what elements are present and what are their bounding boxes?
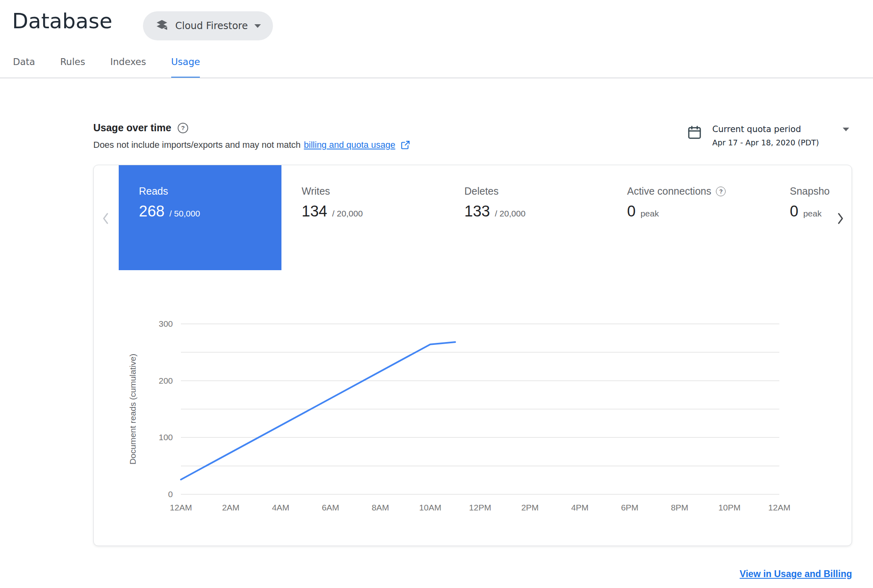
billing-quota-usage-link[interactable]: billing and quota usage	[304, 140, 395, 150]
metric-quota: / 50,000	[169, 209, 200, 218]
metric-label: Deletes	[464, 185, 607, 197]
metric-quota: / 20,000	[495, 209, 525, 218]
x-tick-label: 4AM	[272, 503, 289, 512]
usage-line-chart: 010020030012AM2AM4AM6AM8AM10AM12PM2PM4PM…	[153, 320, 807, 530]
x-tick-label: 2PM	[521, 503, 539, 512]
y-tick-label: 0	[168, 489, 173, 499]
metric-value-row: 0 peak	[627, 203, 770, 220]
usage-over-time-title: Usage over time	[93, 122, 171, 134]
quota-period-control: Current quota period Apr 17 - Apr 18, 20…	[686, 124, 852, 147]
quota-period-label: Current quota period	[712, 124, 801, 134]
tabs-divider	[0, 78, 873, 78]
metric-tile-deletes[interactable]: Deletes 133 / 20,000	[444, 165, 607, 270]
series-line	[181, 342, 455, 479]
metric-value: 0	[627, 203, 636, 220]
metric-label: Reads	[139, 185, 281, 197]
chevron-left-icon[interactable]	[98, 204, 114, 233]
y-axis-title: Document reads (cumulative)	[128, 354, 138, 464]
metric-value: 0	[790, 203, 798, 220]
metric-label-text: Active connections	[627, 185, 711, 197]
chevron-down-icon	[843, 128, 849, 131]
external-link-icon[interactable]	[400, 140, 411, 150]
metric-label: Active connections ?	[627, 185, 770, 197]
page-title: Database	[12, 9, 112, 33]
view-usage-billing-link[interactable]: View in Usage and Billing	[740, 569, 852, 580]
x-tick-label: 8PM	[671, 503, 688, 512]
x-tick-label: 10AM	[419, 503, 441, 512]
metric-value: 134	[302, 203, 327, 220]
metric-tile-writes[interactable]: Writes 134 / 20,000	[281, 165, 444, 270]
tab-data[interactable]: Data	[13, 56, 35, 78]
metric-quota: peak	[640, 209, 659, 218]
tab-rules[interactable]: Rules	[60, 56, 85, 78]
y-tick-label: 200	[159, 376, 173, 385]
metric-quota: / 20,000	[332, 209, 363, 218]
tab-bar: Data Rules Indexes Usage	[13, 56, 200, 78]
usage-description: Does not include imports/exports and may…	[93, 140, 411, 150]
quota-period-dropdown[interactable]: Current quota period	[712, 124, 852, 134]
metric-quota: peak	[803, 209, 822, 218]
x-tick-label: 2AM	[222, 503, 239, 512]
metric-value-row: 133 / 20,000	[464, 203, 607, 220]
firestore-icon	[155, 19, 169, 34]
x-tick-label: 10PM	[718, 503, 741, 512]
metric-value: 268	[139, 203, 164, 220]
help-icon[interactable]: ?	[716, 187, 726, 196]
x-tick-label: 12PM	[469, 503, 491, 512]
metric-tile-reads[interactable]: Reads 268 / 50,000	[119, 165, 281, 270]
chevron-right-icon[interactable]	[832, 204, 848, 233]
metric-value: 133	[464, 203, 490, 220]
usage-card: Reads 268 / 50,000 Writes 134 / 20,000 D…	[93, 165, 852, 546]
quota-period-range: Apr 17 - Apr 18, 2020 (PDT)	[712, 138, 852, 147]
metric-label-text: Snapshot listeners	[790, 185, 829, 197]
x-tick-label: 12AM	[768, 503, 791, 512]
metric-tiles: Reads 268 / 50,000 Writes 134 / 20,000 D…	[119, 165, 852, 270]
product-selector[interactable]: Cloud Firestore	[143, 11, 273, 40]
x-tick-label: 12AM	[170, 503, 192, 512]
x-tick-label: 6PM	[621, 503, 638, 512]
product-selector-label: Cloud Firestore	[175, 20, 248, 32]
firestore-usage-page: Database Cloud Firestore Data Rules Inde…	[0, 0, 873, 588]
y-tick-label: 100	[159, 433, 173, 442]
metric-value-row: 268 / 50,000	[139, 203, 281, 220]
metric-tile-active-connections[interactable]: Active connections ? 0 peak	[607, 165, 770, 270]
tab-indexes[interactable]: Indexes	[110, 56, 146, 78]
x-tick-label: 8AM	[371, 503, 389, 512]
metric-label: Snapshot listeners	[790, 185, 852, 197]
tab-usage[interactable]: Usage	[171, 56, 200, 78]
usage-section-header: Usage over time ?	[93, 122, 188, 134]
chevron-down-icon	[254, 24, 261, 28]
usage-description-text: Does not include imports/exports and may…	[93, 140, 301, 150]
calendar-icon	[686, 124, 703, 142]
metric-value-row: 134 / 20,000	[302, 203, 444, 220]
y-tick-label: 300	[159, 320, 173, 328]
x-tick-label: 6AM	[322, 503, 339, 512]
x-tick-label: 4PM	[571, 503, 588, 512]
help-icon[interactable]: ?	[178, 123, 188, 133]
quota-period-column: Current quota period Apr 17 - Apr 18, 20…	[712, 124, 852, 147]
metric-label: Writes	[302, 185, 444, 197]
